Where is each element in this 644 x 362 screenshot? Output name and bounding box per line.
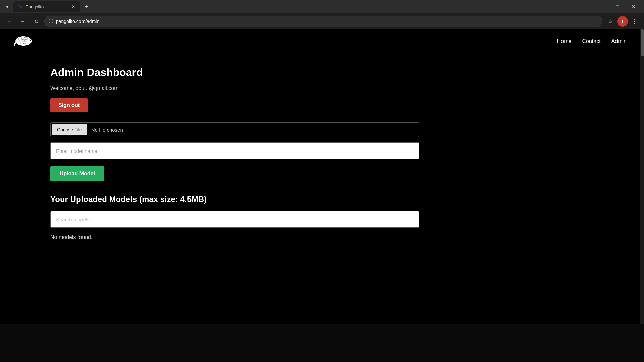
tab-bar: ▼ 🐾 Pangolito ✕ + — □ ✕ xyxy=(0,0,644,13)
browser-chrome: ▼ 🐾 Pangolito ✕ + — □ ✕ ← → ↻ ⓘ pangolit… xyxy=(0,0,644,29)
site-logo xyxy=(13,34,34,49)
upload-model-button[interactable]: Upload Model xyxy=(50,166,104,181)
browser-tab[interactable]: 🐾 Pangolito ✕ xyxy=(13,1,80,12)
svg-point-9 xyxy=(27,39,32,43)
site-wrapper: Home Contact Admin Admin Dashboard Welco… xyxy=(0,29,640,324)
file-input-status: No file chosen xyxy=(91,127,123,133)
welcome-text: Welcome, ocu...@gmail.com xyxy=(50,85,590,92)
menu-button[interactable]: ⋮ xyxy=(629,16,640,27)
tab-close-button[interactable]: ✕ xyxy=(70,4,76,10)
choose-file-button[interactable]: Choose File xyxy=(52,124,87,135)
forward-button[interactable]: → xyxy=(17,16,28,27)
tab-favicon-icon: 🐾 xyxy=(17,4,23,9)
address-bar: ← → ↻ ⓘ pangolito.com/admin ☆ T ⋮ xyxy=(0,13,644,29)
no-models-text: No models found. xyxy=(50,234,590,240)
main-content: Admin Dashboard Welcome, ocu...@gmail.co… xyxy=(0,53,640,254)
page-scroll-container: Home Contact Admin Admin Dashboard Welco… xyxy=(0,29,644,324)
site-navbar: Home Contact Admin xyxy=(0,29,640,53)
address-actions: ☆ T ⋮ xyxy=(605,16,640,27)
new-tab-button[interactable]: + xyxy=(82,2,91,11)
scrollbar[interactable] xyxy=(640,29,644,324)
url-text: pangolito.com/admin xyxy=(56,19,99,24)
svg-point-10 xyxy=(30,40,31,41)
page-title: Admin Dashboard xyxy=(50,66,590,79)
maximize-button[interactable]: □ xyxy=(610,1,625,12)
profile-button[interactable]: T xyxy=(617,16,628,27)
tab-title: Pangolito xyxy=(25,4,68,9)
nav-link-home[interactable]: Home xyxy=(557,38,572,44)
scrollbar-thumb[interactable] xyxy=(641,29,644,56)
reload-button[interactable]: ↻ xyxy=(31,16,42,27)
site-nav-links: Home Contact Admin xyxy=(557,38,627,44)
close-button[interactable]: ✕ xyxy=(626,1,641,12)
minimize-button[interactable]: — xyxy=(594,1,609,12)
address-field[interactable]: ⓘ pangolito.com/admin xyxy=(44,16,602,27)
security-icon: ⓘ xyxy=(49,18,53,24)
tab-dropdown-button[interactable]: ▼ xyxy=(3,2,12,11)
nav-link-contact[interactable]: Contact xyxy=(582,38,601,44)
model-name-input[interactable] xyxy=(50,142,419,159)
search-models-input[interactable] xyxy=(50,211,419,228)
logo-image xyxy=(13,34,34,49)
back-button[interactable]: ← xyxy=(4,16,15,27)
nav-link-admin[interactable]: Admin xyxy=(611,38,627,44)
models-section-title: Your Uploaded Models (max size: 4.5MB) xyxy=(50,195,590,204)
window-controls: — □ ✕ xyxy=(594,1,641,12)
sign-out-button[interactable]: Sign out xyxy=(50,98,88,112)
file-input-wrapper: Choose File No file chosen xyxy=(50,122,419,137)
bookmark-button[interactable]: ☆ xyxy=(605,16,616,27)
